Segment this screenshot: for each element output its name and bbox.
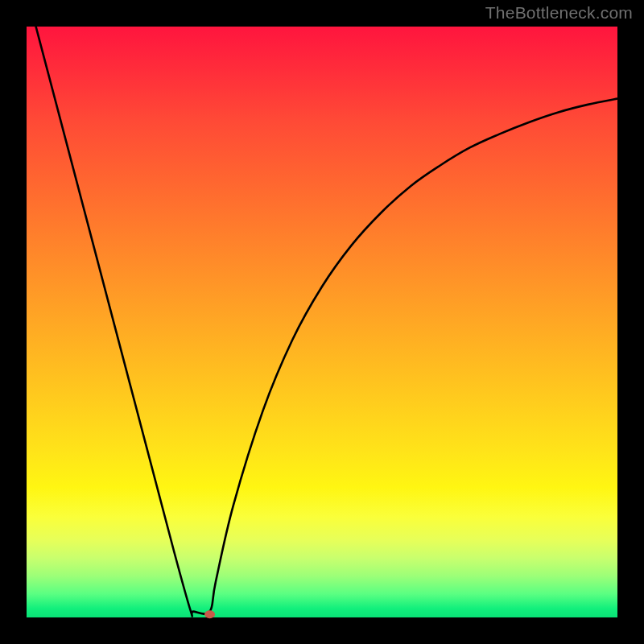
bottleneck-curve — [27, 0, 617, 617]
chart-frame: TheBottleneck.com — [0, 0, 644, 644]
curve-layer — [27, 27, 617, 617]
plot-area — [27, 27, 617, 617]
watermark-text: TheBottleneck.com — [485, 3, 633, 23]
minimum-marker — [204, 610, 215, 618]
